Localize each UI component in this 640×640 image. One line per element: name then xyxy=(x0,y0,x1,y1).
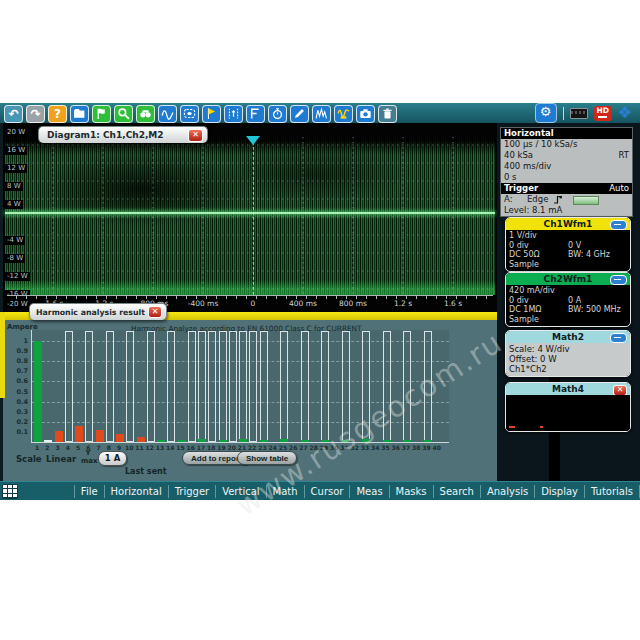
ymax-value-field[interactable]: 1 A xyxy=(98,451,127,466)
horizontal-trigger-panel[interactable]: Horizontal 100 µs / 10 kSa/s 40 kSa RT 4… xyxy=(500,127,633,217)
minimize-icon[interactable] xyxy=(610,275,627,285)
undo-icon[interactable]: ↶ xyxy=(4,105,23,123)
trigger-source-chip xyxy=(573,196,599,205)
toolbar-icons: ↶↷? xyxy=(4,104,397,123)
menu-item-display[interactable]: Display xyxy=(534,485,584,498)
screenshot-canvas: ↶↷? ⚙ HD ❖ 20 W16 W12 W8 W4 W-4 W-8 W-12… xyxy=(0,0,640,640)
limit-bar xyxy=(342,331,350,442)
ch2-widget-header[interactable]: Ch2Wfm1 xyxy=(506,273,630,285)
hd-mode-badge[interactable]: HD xyxy=(594,106,612,121)
menu-item-masks[interactable]: Masks xyxy=(389,485,433,498)
harmonic-bar-33 xyxy=(362,439,370,442)
diagram-tab[interactable]: Diagram1: Ch1,Ch2,M2 ✕ xyxy=(38,126,208,143)
menu-items: FileHorizontalTriggerVerticalMathCursorM… xyxy=(74,485,640,498)
zoom-waveform-icon[interactable] xyxy=(158,105,177,123)
scale-label: Scale xyxy=(16,454,42,464)
horizontal-row-recordlength: 40 kSa RT xyxy=(501,150,632,161)
widget-row: 0 div0 A xyxy=(506,296,630,306)
math4-widget[interactable]: Math4 ✕ xyxy=(505,382,631,432)
limit-bar xyxy=(260,331,268,442)
menu-item-search[interactable]: Search xyxy=(433,485,480,498)
diagram-tab-close-icon[interactable]: ✕ xyxy=(188,129,203,142)
annotation-icon[interactable] xyxy=(290,105,309,123)
menu-item-horizontal[interactable]: Horizontal xyxy=(104,485,168,498)
limit-bar xyxy=(65,331,73,442)
spectrum-icon[interactable] xyxy=(312,105,331,123)
limit-bar xyxy=(106,331,114,442)
math2-widget[interactable]: Math2 Scale: 4 W/divOffset: 0 WCh1*Ch2 xyxy=(505,330,631,377)
menu-item-cursor[interactable]: Cursor xyxy=(304,485,350,498)
search-icon[interactable] xyxy=(136,105,155,123)
fft-icon[interactable] xyxy=(334,105,353,123)
ch1-signal-widget[interactable]: Ch1Wfm1 1 V/div0 div0 VDC 50ΩBW: 4 GHzSa… xyxy=(505,217,631,272)
help-icon[interactable]: ? xyxy=(48,105,67,123)
menu-item-vertical[interactable]: Vertical xyxy=(215,485,265,498)
limit-bar xyxy=(249,331,257,442)
harmonic-bar-15 xyxy=(178,440,186,442)
app-grid-icon[interactable] xyxy=(2,484,18,499)
menu-item-math[interactable]: Math xyxy=(266,485,304,498)
menu-item-tutorials[interactable]: Tutorials xyxy=(584,485,640,498)
harmonic-y-tick: 0.9 xyxy=(5,347,28,355)
horizontal-row-scale: 400 ms/div xyxy=(501,161,632,172)
measurement-icon[interactable] xyxy=(246,105,265,123)
widget-row: Scale: 4 W/div xyxy=(506,344,630,354)
harmonic-y-tick: 0.4 xyxy=(5,398,28,406)
quick-meas-icon[interactable] xyxy=(268,105,287,123)
limit-bar xyxy=(229,331,237,442)
harmonic-y-tick: 0.6 xyxy=(5,377,28,385)
diagram-tab-label: Diagram1: Ch1,Ch2,M2 xyxy=(47,130,164,140)
time-axis-label: 0 xyxy=(231,299,275,308)
harmonic-bar-2 xyxy=(44,440,52,442)
ch2-signal-widget[interactable]: Ch2Wfm1 420 mA/div0 div0 ADC 1MΩBW: 500 … xyxy=(505,272,631,327)
scale-value[interactable]: Linear xyxy=(46,454,76,464)
delete-icon[interactable] xyxy=(378,105,397,123)
harmonic-bar-chart xyxy=(31,330,449,443)
harmonic-bar-17 xyxy=(198,439,206,442)
ch1-widget-header[interactable]: Ch1Wfm1 xyxy=(506,218,630,230)
harmonic-bar-25 xyxy=(280,439,288,442)
zoom-icon[interactable] xyxy=(114,105,133,123)
limit-bar xyxy=(301,331,309,442)
screenshot-icon[interactable] xyxy=(356,105,375,123)
time-axis-label: 800 ms xyxy=(331,299,375,308)
harmonic-bar-31 xyxy=(342,440,350,442)
keyboard-icon[interactable] xyxy=(570,108,588,119)
sidebar: Horizontal 100 µs / 10 kSa/s 40 kSa RT 4… xyxy=(497,123,640,481)
mask-test-icon[interactable] xyxy=(180,105,199,123)
widget-row: DC 1MΩBW: 500 MHz xyxy=(506,305,630,315)
math4-widget-header[interactable]: Math4 ✕ xyxy=(506,383,630,395)
limit-bar xyxy=(383,331,391,442)
redo-icon[interactable]: ↷ xyxy=(26,105,45,123)
demo-flag-icon[interactable] xyxy=(202,105,221,123)
cursor-icon[interactable] xyxy=(224,105,243,123)
menu-bar: FileHorizontalTriggerVerticalMathCursorM… xyxy=(0,481,640,500)
minimize-icon[interactable] xyxy=(610,220,627,230)
harmonic-y-tick: 0.3 xyxy=(5,408,28,416)
menu-item-analysis[interactable]: Analysis xyxy=(480,485,534,498)
minimize-icon[interactable] xyxy=(610,333,627,343)
harmonic-bar-23 xyxy=(260,440,268,442)
time-axis-label: 1.6 s xyxy=(431,299,475,308)
trigger-mode: Auto xyxy=(609,183,629,194)
y-scale-label: -4 W xyxy=(5,236,25,245)
harmonic-tab-label: Harmonic analysis result 1 xyxy=(36,308,153,317)
open-file-icon[interactable] xyxy=(70,105,89,123)
harmonic-y-tick: 0.7 xyxy=(5,367,28,375)
limit-bar xyxy=(85,331,93,442)
limit-bar xyxy=(321,331,329,442)
math2-widget-header[interactable]: Math2 xyxy=(506,331,630,343)
menu-item-file[interactable]: File xyxy=(74,485,104,498)
show-table-button[interactable]: Show table xyxy=(237,451,297,465)
close-icon[interactable]: ✕ xyxy=(613,385,627,396)
report-icon[interactable] xyxy=(92,105,111,123)
harmonic-result-tab[interactable]: Harmonic analysis result 1 ✕ xyxy=(29,303,167,320)
harmonic-y-tick: 0.2 xyxy=(5,418,28,426)
menu-item-meas[interactable]: Meas xyxy=(349,485,388,498)
settings-gear-icon[interactable]: ⚙ xyxy=(535,103,557,123)
trigger-position-marker[interactable] xyxy=(246,136,260,145)
harmonic-tab-close-icon[interactable]: ✕ xyxy=(148,306,162,318)
harmonic-bar-5 xyxy=(75,426,83,442)
menu-item-trigger[interactable]: Trigger xyxy=(168,485,216,498)
math4-trace-fragment xyxy=(509,426,515,429)
